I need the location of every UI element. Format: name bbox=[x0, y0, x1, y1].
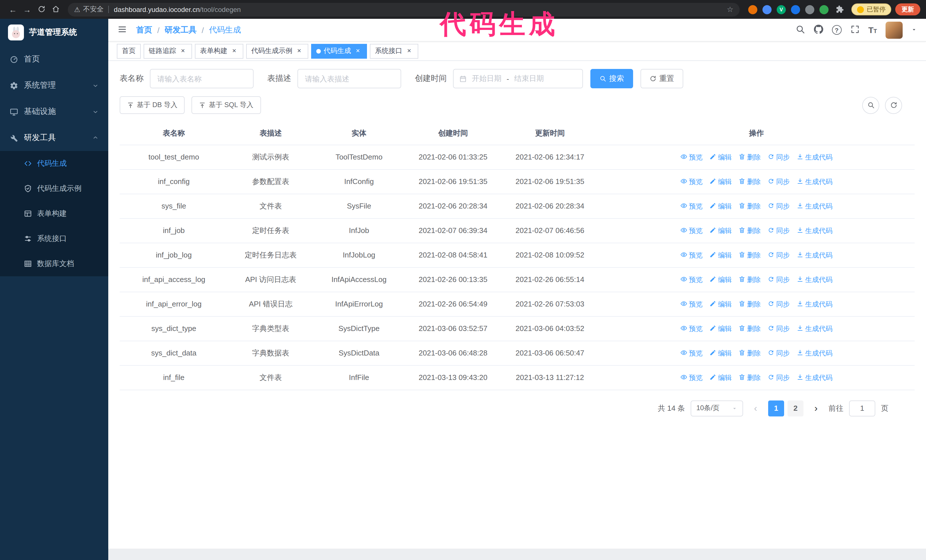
action-edit[interactable]: 编辑 bbox=[710, 249, 732, 261]
tab-codegen[interactable]: 代码生成× bbox=[311, 44, 367, 58]
goto-page-input[interactable] bbox=[849, 400, 875, 416]
user-avatar[interactable] bbox=[885, 21, 903, 38]
action-preview[interactable]: 预览 bbox=[680, 225, 703, 237]
action-edit[interactable]: 编辑 bbox=[710, 372, 732, 384]
action-edit[interactable]: 编辑 bbox=[710, 200, 732, 212]
fullscreen-icon[interactable] bbox=[850, 24, 859, 36]
prev-page-button[interactable]: ‹ bbox=[749, 400, 763, 416]
import-sql-button[interactable]: 基于 SQL 导入 bbox=[192, 96, 261, 114]
action-preview[interactable]: 预览 bbox=[680, 347, 703, 359]
extension-people-icon[interactable] bbox=[791, 5, 800, 14]
breadcrumb-home[interactable]: 首页 bbox=[136, 25, 152, 35]
github-icon[interactable] bbox=[814, 24, 823, 36]
action-sync[interactable]: 同步 bbox=[767, 225, 790, 237]
sidebar-item-codegen-example[interactable]: 代码生成示例 bbox=[0, 176, 108, 201]
action-preview[interactable]: 预览 bbox=[680, 200, 703, 212]
action-generate-code[interactable]: 生成代码 bbox=[797, 347, 832, 359]
sidebar-item-db-doc[interactable]: 数据库文档 bbox=[0, 251, 108, 276]
action-delete[interactable]: 删除 bbox=[738, 200, 761, 212]
action-sync[interactable]: 同步 bbox=[767, 274, 790, 286]
browser-update-button[interactable]: 更新 bbox=[895, 3, 920, 15]
action-sync[interactable]: 同步 bbox=[767, 249, 790, 261]
address-bar[interactable]: ⚠ 不安全 dashboard.yudao.iocoder.cn/tool/co… bbox=[68, 3, 740, 16]
action-edit[interactable]: 编辑 bbox=[710, 151, 732, 163]
menu-fold-icon[interactable] bbox=[117, 24, 127, 36]
font-size-icon[interactable]: TT bbox=[868, 25, 877, 35]
sidebar-item-home[interactable]: 首页 bbox=[0, 46, 108, 72]
bookmark-star-icon[interactable]: ☆ bbox=[727, 5, 733, 14]
action-generate-code[interactable]: 生成代码 bbox=[797, 200, 832, 212]
next-page-button[interactable]: › bbox=[809, 400, 823, 416]
action-delete[interactable]: 删除 bbox=[738, 347, 761, 359]
tab-codegen-example[interactable]: 代码生成示例× bbox=[246, 44, 308, 58]
tab-close-icon[interactable]: × bbox=[295, 47, 303, 55]
action-edit[interactable]: 编辑 bbox=[710, 323, 732, 335]
action-generate-code[interactable]: 生成代码 bbox=[797, 298, 832, 310]
tab-system-api[interactable]: 系统接口× bbox=[370, 44, 418, 58]
browser-back-icon[interactable]: ← bbox=[6, 5, 20, 14]
action-preview[interactable]: 预览 bbox=[680, 298, 703, 310]
page-button-2[interactable]: 2 bbox=[788, 400, 803, 416]
refresh-table-button[interactable] bbox=[885, 97, 902, 114]
sidebar-item-devtools[interactable]: 研发工具 bbox=[0, 125, 108, 151]
action-delete[interactable]: 删除 bbox=[738, 176, 761, 188]
page-size-select[interactable]: 10条/页 bbox=[691, 400, 743, 416]
action-preview[interactable]: 预览 bbox=[680, 274, 703, 286]
extension-dark-icon[interactable] bbox=[805, 5, 814, 14]
tab-form-builder[interactable]: 表单构建× bbox=[195, 44, 243, 58]
action-delete[interactable]: 删除 bbox=[738, 323, 761, 335]
action-preview[interactable]: 预览 bbox=[680, 176, 703, 188]
sidebar-item-codegen[interactable]: 代码生成 bbox=[0, 151, 108, 176]
extension-leaf-icon[interactable] bbox=[819, 5, 829, 14]
tab-close-icon[interactable]: × bbox=[354, 47, 362, 55]
browser-forward-icon[interactable]: → bbox=[20, 5, 34, 14]
tab-close-icon[interactable]: × bbox=[405, 47, 413, 55]
table-name-input[interactable] bbox=[150, 69, 254, 88]
table-desc-input[interactable] bbox=[298, 69, 401, 88]
action-delete[interactable]: 删除 bbox=[738, 225, 761, 237]
tab-close-icon[interactable]: × bbox=[179, 47, 187, 55]
sidebar-item-form-builder[interactable]: 表单构建 bbox=[0, 201, 108, 226]
page-button-1[interactable]: 1 bbox=[768, 400, 784, 416]
action-generate-code[interactable]: 生成代码 bbox=[797, 274, 832, 286]
action-sync[interactable]: 同步 bbox=[767, 323, 790, 335]
search-button[interactable]: 搜索 bbox=[590, 69, 633, 88]
profile-paused-badge[interactable]: 已暂停 bbox=[851, 3, 891, 15]
action-preview[interactable]: 预览 bbox=[680, 249, 703, 261]
action-sync[interactable]: 同步 bbox=[767, 176, 790, 188]
extension-orange-icon[interactable] bbox=[748, 5, 757, 14]
action-delete[interactable]: 删除 bbox=[738, 372, 761, 384]
action-generate-code[interactable]: 生成代码 bbox=[797, 323, 832, 335]
search-icon[interactable] bbox=[795, 24, 805, 36]
breadcrumb-devtools[interactable]: 研发工具 bbox=[165, 25, 197, 35]
action-preview[interactable]: 预览 bbox=[680, 372, 703, 384]
toggle-search-button[interactable] bbox=[862, 97, 879, 114]
tab-close-icon[interactable]: × bbox=[230, 47, 238, 55]
action-sync[interactable]: 同步 bbox=[767, 298, 790, 310]
action-edit[interactable]: 编辑 bbox=[710, 176, 732, 188]
action-sync[interactable]: 同步 bbox=[767, 347, 790, 359]
action-edit[interactable]: 编辑 bbox=[710, 274, 732, 286]
action-delete[interactable]: 删除 bbox=[738, 249, 761, 261]
browser-refresh-icon[interactable] bbox=[34, 5, 48, 14]
action-generate-code[interactable]: 生成代码 bbox=[797, 249, 832, 261]
action-generate-code[interactable]: 生成代码 bbox=[797, 372, 832, 384]
date-range-picker[interactable]: 开始日期 - 结束日期 bbox=[453, 69, 583, 88]
action-preview[interactable]: 预览 bbox=[680, 151, 703, 163]
sidebar-item-system-api[interactable]: 系统接口 bbox=[0, 226, 108, 251]
tab-home[interactable]: 首页 bbox=[117, 44, 141, 58]
action-generate-code[interactable]: 生成代码 bbox=[797, 176, 832, 188]
action-generate-code[interactable]: 生成代码 bbox=[797, 151, 832, 163]
action-preview[interactable]: 预览 bbox=[680, 323, 703, 335]
extensions-puzzle-icon[interactable] bbox=[835, 5, 844, 14]
action-sync[interactable]: 同步 bbox=[767, 151, 790, 163]
import-db-button[interactable]: 基于 DB 导入 bbox=[120, 96, 185, 114]
action-sync[interactable]: 同步 bbox=[767, 200, 790, 212]
action-delete[interactable]: 删除 bbox=[738, 298, 761, 310]
action-edit[interactable]: 编辑 bbox=[710, 347, 732, 359]
action-generate-code[interactable]: 生成代码 bbox=[797, 225, 832, 237]
action-edit[interactable]: 编辑 bbox=[710, 225, 732, 237]
extension-blue-icon[interactable] bbox=[763, 5, 772, 14]
sidebar-item-infra[interactable]: 基础设施 bbox=[0, 98, 108, 125]
avatar-caret-icon[interactable] bbox=[911, 27, 917, 33]
